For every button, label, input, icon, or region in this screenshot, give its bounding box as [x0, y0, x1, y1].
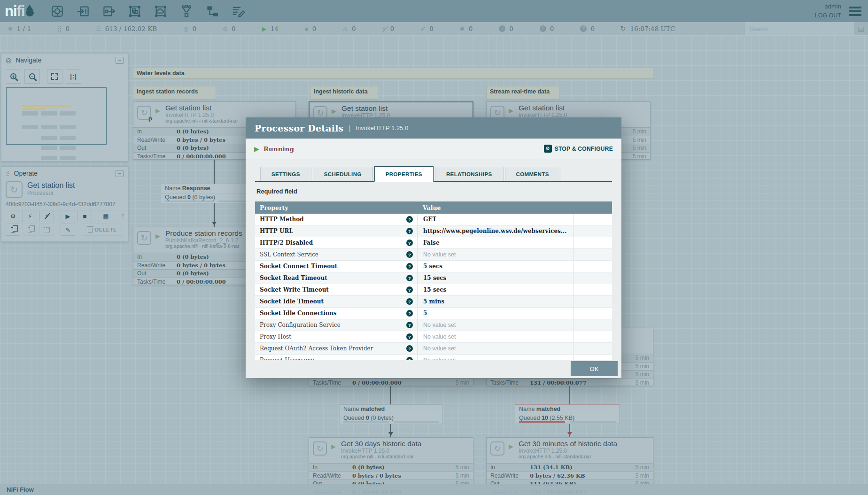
- processor-icon: ↻: [137, 231, 151, 245]
- invalid-icon: ⚠: [342, 26, 348, 32]
- help-icon[interactable]: ?: [406, 286, 413, 293]
- connection-label-matched-right[interactable]: Name matched Queued 10 (2.55 KB): [515, 404, 620, 424]
- enable-button[interactable]: ⚡: [23, 210, 37, 222]
- help-icon[interactable]: ?: [406, 298, 413, 305]
- process-group-tool-icon[interactable]: [125, 3, 144, 20]
- help-icon[interactable]: ?: [406, 263, 413, 270]
- stat-row: Read/Write0 bytes / 0 bytes5 min: [309, 472, 473, 480]
- collapse-operate-button[interactable]: −: [116, 170, 124, 177]
- search-input[interactable]: [745, 22, 854, 35]
- zoom-in-button[interactable]: +: [6, 69, 21, 84]
- help-icon[interactable]: ?: [406, 251, 413, 258]
- help-icon[interactable]: ?: [406, 310, 413, 317]
- connection-label-matched-left[interactable]: Name matched Queued 0 (0 bytes): [339, 404, 443, 424]
- property-row[interactable]: Request Username?No value set: [255, 355, 612, 360]
- stop-and-configure-button[interactable]: ⚙STOP & CONFIGURE: [544, 145, 613, 153]
- status-item-locally-modified: ✱0: [460, 25, 473, 32]
- processor-icon: ↻: [313, 441, 327, 456]
- global-menu-icon[interactable]: [849, 7, 861, 16]
- create-template-button[interactable]: ▦: [99, 210, 113, 222]
- zoom-fit-button[interactable]: [47, 69, 62, 84]
- processor-tool-icon[interactable]: [48, 3, 67, 20]
- processor-icon: ↻: [6, 181, 23, 198]
- help-icon[interactable]: ?: [406, 357, 413, 360]
- logout-link[interactable]: LOG OUT: [815, 11, 841, 20]
- property-row[interactable]: Socket Idle Timeout?5 mins: [255, 296, 612, 308]
- start-button[interactable]: ▶: [61, 210, 75, 222]
- canvas-label-stream-realtime[interactable]: Stream real-time data: [486, 86, 559, 100]
- label-tool-icon[interactable]: [229, 3, 248, 20]
- group-button[interactable]: [39, 224, 54, 236]
- property-row[interactable]: Socket Write Timeout?15 secs: [255, 284, 612, 296]
- running-icon: ▶: [155, 232, 160, 240]
- property-row[interactable]: Request OAuth2 Access Token Provider?No …: [255, 343, 612, 355]
- bulletin-icon[interactable]: ▤: [854, 22, 868, 35]
- last-refreshed[interactable]: ↻16:07:48 UTC: [620, 24, 675, 33]
- change-color-button[interactable]: ✎: [61, 224, 75, 236]
- property-row[interactable]: Proxy Configuration Service?No value set: [255, 319, 612, 331]
- disable-button[interactable]: ⚡: [39, 210, 54, 222]
- running-icon: ▶: [332, 108, 336, 115]
- running-icon: ▶: [262, 26, 267, 32]
- canvas-label-ingest-historic[interactable]: Ingest historic data: [310, 86, 378, 100]
- running-icon: ▶: [509, 443, 513, 450]
- property-row[interactable]: HTTP/2 Disabled?False: [255, 237, 612, 249]
- property-row[interactable]: Socket Idle Connections?5: [255, 308, 612, 319]
- component-toolbar: [48, 3, 248, 20]
- property-row[interactable]: Socket Read Timeout?15 secs: [255, 272, 612, 284]
- property-row[interactable]: HTTP URL?https://www.pegelonline.wsv.de/…: [255, 225, 612, 237]
- help-icon[interactable]: ?: [406, 275, 413, 281]
- delete-button[interactable]: DELETE: [82, 224, 123, 236]
- remote-process-group-tool-icon[interactable]: [151, 3, 170, 20]
- tab-properties[interactable]: PROPERTIES: [374, 166, 434, 182]
- help-icon[interactable]: ?: [406, 228, 413, 234]
- navigate-title: Navigate: [16, 56, 41, 64]
- tab-scheduling[interactable]: SCHEDULING: [313, 167, 373, 181]
- input-port-tool-icon[interactable]: [74, 3, 93, 20]
- tab-relationships[interactable]: RELATIONSHIPS: [435, 167, 504, 181]
- configure-button[interactable]: ⚙: [6, 210, 20, 222]
- properties-table: Property Value HTTP Method?GETHTTP URL?h…: [255, 201, 612, 360]
- help-icon[interactable]: ?: [406, 322, 413, 328]
- flow-minimap[interactable]: [5, 86, 124, 157]
- disabled-icon: ⚡: [382, 26, 387, 32]
- breadcrumb-root[interactable]: NiFi Flow: [7, 486, 34, 493]
- stat-row: In0 (0 bytes)5 min: [309, 463, 473, 472]
- required-field-note: Required field: [256, 188, 297, 195]
- zoom-actual-button[interactable]: |:|: [66, 69, 81, 84]
- canvas-label-ingest-station[interactable]: Ingest station records: [133, 86, 216, 100]
- status-item-not-transmitting: ⊘0: [223, 25, 236, 32]
- funnel-tool-icon[interactable]: [177, 3, 196, 20]
- tab-settings[interactable]: SETTINGS: [260, 167, 311, 181]
- paste-button[interactable]: [23, 224, 37, 236]
- canvas-label-water-levels[interactable]: Water levels data: [133, 68, 653, 79]
- locally-modified-icon: ✱: [460, 26, 465, 32]
- copy-button[interactable]: [6, 224, 20, 236]
- property-row[interactable]: Proxy Host?No value set: [255, 331, 612, 343]
- collapse-navigate-button[interactable]: −: [116, 57, 124, 64]
- help-icon[interactable]: ?: [406, 345, 413, 352]
- stale-icon: ↑: [499, 25, 505, 32]
- minimap-component: [22, 105, 71, 107]
- property-row[interactable]: Socket Connect Timeout?5 secs: [255, 261, 612, 272]
- tab-comments[interactable]: COMMENTS: [505, 167, 560, 181]
- zoom-out-button[interactable]: −: [24, 69, 40, 84]
- dialog-title: Processor Details: [255, 123, 344, 133]
- property-row[interactable]: SSL Context Service?No value set: [255, 249, 612, 261]
- primary-node-badge: P: [148, 116, 152, 123]
- help-icon[interactable]: ?: [406, 216, 413, 223]
- help-icon[interactable]: ?: [406, 333, 413, 340]
- stat-row: Tasks/Time0 / 00:00:00.0005 min: [309, 379, 473, 387]
- refresh-icon[interactable]: ↻: [620, 24, 626, 33]
- selected-component-name: Get station list: [27, 181, 75, 190]
- help-icon[interactable]: ?: [406, 240, 413, 246]
- stop-button[interactable]: ■: [78, 210, 92, 222]
- property-row[interactable]: HTTP Method?GET: [255, 214, 612, 225]
- template-tool-icon[interactable]: [203, 3, 222, 20]
- upload-template-button[interactable]: ↥: [116, 210, 130, 222]
- dialog-tabs: SETTINGSSCHEDULINGPROPERTIESRELATIONSHIP…: [255, 166, 612, 182]
- ok-button[interactable]: OK: [571, 361, 618, 376]
- selected-component-type: Processor: [27, 190, 75, 196]
- gear-icon: ⚙: [544, 145, 552, 153]
- output-port-tool-icon[interactable]: [100, 3, 118, 20]
